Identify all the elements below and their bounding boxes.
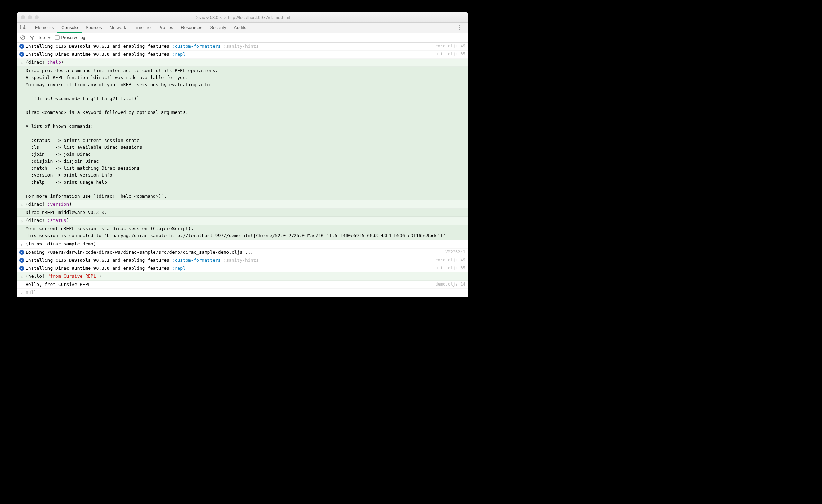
window-title: Dirac v0.3.0 <-> http://localhost:9977/d… [17,15,468,20]
tab-audits[interactable]: Audits [230,22,250,33]
context-label: top [39,35,45,40]
tab-timeline[interactable]: Timeline [130,22,154,33]
filter-icon[interactable] [29,35,35,40]
clear-console-icon[interactable] [20,35,25,40]
console-row: ›(dirac! :status) [17,217,468,225]
preserve-log-checkbox[interactable] [55,35,60,40]
source-link[interactable]: demo.cljs:14 [432,281,465,288]
tab-resources[interactable]: Resources [177,22,206,33]
tab-profiles[interactable]: Profiles [154,22,177,33]
console-row: ‹null [17,289,468,297]
input-arrow-icon: › [21,218,23,224]
chevron-down-icon [47,37,51,39]
console-row: ›(dirac! :help) [17,58,468,67]
console-row: ›(in-ns 'dirac-sample.demo) [17,240,468,249]
tab-security[interactable]: Security [206,22,230,33]
console-row: Your current nREPL session is a Dirac se… [17,225,468,240]
info-icon: i [19,266,24,271]
console-row: Dirac nREPL middleware v0.3.0. [17,209,468,217]
input-arrow-icon: › [21,60,23,66]
info-icon: i [19,258,24,263]
console-toolbar: top Preserve log [17,33,468,43]
tab-sources[interactable]: Sources [82,22,106,33]
titlebar: Dirac v0.3.0 <-> http://localhost:9977/d… [17,12,468,22]
kebab-menu-icon[interactable]: ⋮ [455,24,465,31]
console-row: iLoading /Users/darwin/code/dirac-ws/dir… [17,249,468,256]
console-row: iInstalling CLJS DevTools v0.6.1 and ena… [17,43,468,51]
info-icon: i [19,250,24,255]
console-row: Dirac provides a command-line interface … [17,67,468,200]
close-light[interactable] [21,15,25,19]
preserve-log-toggle[interactable]: Preserve log [55,35,85,40]
console-row: ›(dirac! :version) [17,200,468,209]
context-selector[interactable]: top [39,35,51,40]
zoom-light[interactable] [35,15,39,19]
traffic-lights [17,15,39,19]
input-arrow-icon: › [21,202,23,208]
devtools-window: Dirac v0.3.0 <-> http://localhost:9977/d… [17,12,468,297]
source-link[interactable]: core.cljs:49 [432,257,465,263]
console-row: iInstalling CLJS DevTools v0.6.1 and ena… [17,256,468,264]
input-arrow-icon: › [21,274,23,280]
info-icon: i [19,44,24,49]
tab-elements[interactable]: Elements [31,22,57,33]
source-link[interactable]: VM2262:1 [442,249,465,255]
source-link[interactable]: core.cljs:49 [432,43,465,50]
svg-line-2 [21,36,24,39]
minimize-light[interactable] [28,15,32,19]
inspect-icon[interactable] [20,25,26,31]
source-link[interactable]: util.cljs:35 [432,265,465,271]
tab-console[interactable]: Console [57,22,82,33]
console-output: iInstalling CLJS DevTools v0.6.1 and ena… [17,43,468,297]
console-row: iInstalling Dirac Runtime v0.3.0 and ena… [17,264,468,272]
info-icon: i [19,52,24,57]
input-arrow-icon: › [21,242,23,248]
console-row: Hello, from Cursive REPL!demo.cljs:14 [17,281,468,289]
console-row: iInstalling Dirac Runtime v0.3.0 and ena… [17,51,468,58]
return-arrow-icon: ‹ [21,290,23,296]
preserve-log-label: Preserve log [61,35,85,40]
tabs-bar: Elements Console Sources Network Timelin… [17,22,468,33]
source-link[interactable]: util.cljs:35 [432,51,465,57]
console-row: ›(hello! "from Cursive REPL") [17,272,468,281]
tab-network[interactable]: Network [106,22,130,33]
